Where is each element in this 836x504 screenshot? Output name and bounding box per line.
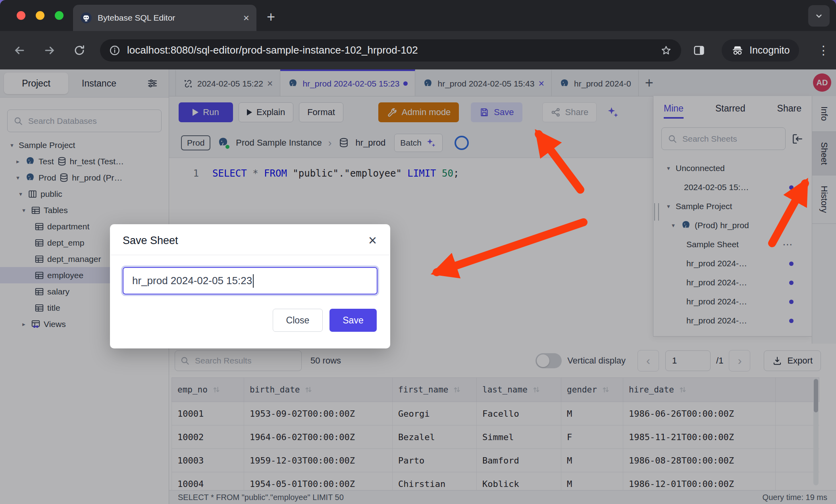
sheet-name-value: hr_prod 2024-02-05 15:23 [132, 275, 252, 287]
browser-window: Bytebase SQL Editor × + [0, 0, 836, 504]
side-panel-icon[interactable] [692, 44, 706, 57]
incognito-badge: Incognito [722, 39, 799, 62]
sheet-name-input[interactable]: hr_prod 2024-02-05 15:23 [123, 267, 378, 294]
modal-divider [111, 255, 389, 255]
reload-icon[interactable] [73, 44, 86, 57]
site-info-icon[interactable] [109, 44, 121, 56]
zoom-window-button[interactable] [55, 11, 64, 20]
close-browser-tab-icon[interactable]: × [243, 13, 249, 23]
tab-search-button[interactable] [808, 5, 830, 27]
text-cursor [253, 274, 254, 288]
minimize-window-button[interactable] [36, 11, 44, 20]
bookmark-star-icon[interactable] [660, 44, 672, 57]
modal-save-button[interactable]: Save [329, 309, 377, 332]
modal-close-button[interactable]: Close [273, 309, 323, 332]
window-controls [17, 11, 64, 20]
url-text: localhost:8080/sql-editor/prod-sample-in… [127, 44, 653, 56]
browser-tab[interactable]: Bytebase SQL Editor × [73, 5, 256, 31]
new-tab-button[interactable]: + [267, 9, 275, 25]
browser-menu-icon[interactable]: ⋮ [817, 43, 829, 57]
incognito-label: Incognito [749, 44, 790, 56]
save-sheet-modal: Save Sheet × hr_prod 2024-02-05 15:23 Cl… [110, 224, 390, 348]
browser-chrome: Bytebase SQL Editor × + [0, 0, 836, 69]
bytebase-favicon-icon [80, 12, 92, 24]
sql-editor-app: Project Instance ▾Sample Project▸Testhr_… [0, 69, 836, 504]
close-modal-icon[interactable]: × [368, 235, 377, 246]
address-bar[interactable]: localhost:8080/sql-editor/prod-sample-in… [100, 39, 681, 62]
back-icon[interactable] [13, 44, 26, 57]
browser-tab-title: Bytebase SQL Editor [98, 13, 238, 23]
browser-tabstrip: Bytebase SQL Editor × + [0, 0, 836, 31]
modal-title: Save Sheet [123, 235, 368, 247]
forward-icon[interactable] [43, 44, 56, 57]
browser-navbar: localhost:8080/sql-editor/prod-sample-in… [0, 31, 836, 69]
incognito-icon [731, 44, 744, 57]
chevron-down-icon [814, 11, 824, 21]
close-window-button[interactable] [17, 11, 25, 20]
